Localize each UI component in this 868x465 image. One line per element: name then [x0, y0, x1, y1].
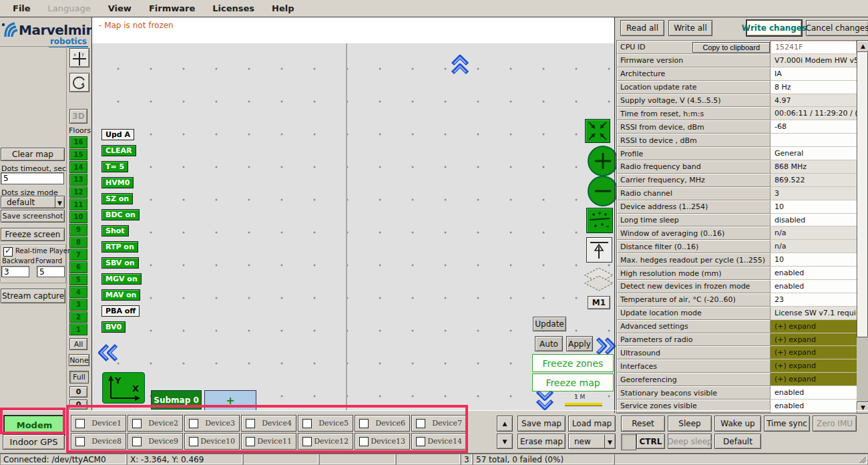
device-toggle-device6[interactable]: Device6 [355, 415, 410, 432]
device-page-up-button[interactable] [497, 416, 513, 432]
device-toggle-device5[interactable]: Device5 [298, 415, 353, 432]
map-toggle-mav-on[interactable]: MAV on [101, 289, 140, 301]
pan-right-icon[interactable] [595, 336, 616, 356]
property-value[interactable]: 00:06:11 / 11:29:20 / ( [771, 107, 857, 120]
floor-button-10[interactable]: 10 [69, 211, 87, 223]
pan-left-icon[interactable] [97, 343, 119, 363]
ctrl-button[interactable]: CTRL [636, 434, 665, 449]
tab-submap-0[interactable]: Submap 0 [151, 390, 202, 410]
deep-sleep-button[interactable]: Deep sleep [668, 434, 712, 449]
floor-button-7[interactable]: 7 [69, 249, 87, 261]
3d-view-button[interactable]: 3D [69, 109, 87, 124]
tab-indoor-gps[interactable]: Indoor GPS [3, 434, 65, 450]
property-value[interactable]: 8 Hz [771, 81, 857, 94]
map-area[interactable]: - Map is not frozen Upd ACLEART= 5HVM0SZ… [91, 17, 614, 410]
floor-button-9[interactable]: 9 [69, 224, 87, 236]
scroll-up-button[interactable] [857, 40, 868, 52]
device-toggle-device8[interactable]: Device8 [71, 433, 126, 450]
fit-view-button[interactable] [585, 119, 610, 143]
dots-timeout-input[interactable] [1, 172, 64, 184]
checkbox-icon[interactable] [359, 437, 369, 446]
floor-button-14[interactable]: 14 [69, 161, 87, 173]
map-toggle-t-5[interactable]: T= 5 [101, 161, 128, 172]
dots-size-select[interactable]: default [1, 196, 65, 208]
floor-button-3[interactable]: 3 [69, 299, 87, 311]
auto-button[interactable]: Auto [535, 336, 563, 351]
floors-all-button[interactable]: All [69, 338, 87, 350]
device-page-down-button[interactable] [497, 434, 513, 449]
property-value[interactable]: (+) expand [771, 320, 857, 333]
checkbox-icon[interactable] [302, 437, 312, 446]
property-value[interactable]: enabled [771, 267, 857, 280]
property-value[interactable]: IA [771, 67, 857, 81]
menu-view[interactable]: View [99, 1, 140, 15]
floor-button-1[interactable]: 1 [69, 323, 87, 335]
device-toggle-device11[interactable]: Device11 [241, 433, 296, 450]
sleep-button[interactable]: Sleep [668, 416, 712, 432]
time-sync-button[interactable]: Time sync [764, 416, 810, 432]
property-value[interactable]: V7.000i Modem HW v5 [771, 54, 857, 67]
menu-help[interactable]: Help [263, 1, 302, 15]
default-button[interactable]: Default [714, 434, 761, 449]
forward-input[interactable] [37, 266, 65, 277]
property-value[interactable]: enabled [771, 280, 857, 293]
map-toggle-shot[interactable]: Shot [101, 225, 129, 237]
property-value[interactable]: 15241F [771, 41, 857, 54]
floor-zero-button-b[interactable]: 0 [69, 400, 87, 410]
floor-button-2[interactable]: 2 [69, 311, 87, 323]
floor-button-12[interactable]: 12 [69, 186, 87, 198]
pan-up-icon[interactable] [450, 54, 470, 75]
checkbox-icon[interactable] [75, 437, 85, 446]
add-submap-tab[interactable]: + [204, 390, 256, 411]
show-dots-button[interactable] [586, 208, 613, 233]
device-toggle-device1[interactable]: Device1 [71, 415, 126, 432]
menu-firmware[interactable]: Firmware [140, 1, 204, 15]
zero-imu-button[interactable]: Zero IMU [813, 416, 857, 432]
property-value[interactable]: enabled [771, 386, 857, 400]
floor-button-5[interactable]: 5 [69, 274, 87, 286]
device-toggle-device9[interactable]: Device9 [128, 433, 183, 450]
device-toggle-device7[interactable]: Device7 [411, 415, 467, 432]
property-value[interactable]: 4.97 [771, 94, 857, 108]
freeze-map-button[interactable]: Freeze map [532, 373, 614, 392]
checkbox-icon[interactable] [359, 419, 369, 428]
floor-zero-button-a[interactable]: 0 [69, 386, 87, 398]
freeze-screen-button[interactable]: Freeze screen [1, 228, 65, 241]
wake-up-button[interactable]: Wake up [714, 416, 761, 432]
stream-capture-button[interactable]: Stream capture [1, 289, 65, 303]
floor-button-8[interactable]: 8 [69, 237, 87, 249]
resize-grip-icon[interactable] [859, 456, 867, 464]
device-toggle-device12[interactable]: Device12 [298, 433, 353, 450]
checkbox-icon[interactable] [246, 437, 255, 446]
checkbox-icon[interactable] [75, 419, 85, 428]
property-value[interactable]: General [771, 147, 857, 160]
device-toggle-device2[interactable]: Device2 [128, 415, 183, 432]
menu-language[interactable]: Language [39, 1, 99, 15]
floor-button-16[interactable]: 16 [69, 136, 87, 148]
property-value[interactable]: 869.522 [771, 174, 857, 187]
freeze-zones-button[interactable]: Freeze zones [532, 354, 614, 372]
map-toggle-bdc-on[interactable]: BDC on [101, 209, 140, 220]
read-all-button[interactable]: Read all [620, 20, 664, 36]
map-toggle-upd-a[interactable]: Upd A [101, 129, 134, 140]
property-value[interactable]: 868 MHz [771, 160, 857, 174]
reset-button[interactable]: Reset [621, 416, 665, 432]
m1-button[interactable]: M1 [588, 296, 610, 309]
write-all-button[interactable]: Write all [668, 20, 712, 36]
floor-button-15[interactable]: 15 [69, 149, 87, 161]
scrollbar-thumb[interactable] [857, 51, 868, 337]
checkbox-icon[interactable] [132, 419, 142, 428]
property-value[interactable]: -68 [771, 120, 857, 134]
pan-down-icon[interactable] [535, 389, 555, 412]
property-value[interactable]: (+) expand [771, 346, 857, 359]
checkbox-icon[interactable] [416, 419, 425, 428]
property-value[interactable]: License SW v7.1 requir [771, 307, 857, 320]
copy-to-clipboard-button[interactable]: Copy to clipboard [692, 42, 770, 53]
property-value[interactable]: n/a [771, 226, 857, 240]
device-toggle-device13[interactable]: Device13 [355, 433, 410, 450]
checkbox-icon[interactable] [246, 419, 255, 428]
device-toggle-device14[interactable]: Device14 [411, 433, 467, 450]
align-top-button[interactable] [586, 237, 612, 263]
device-toggle-device10[interactable]: Device10 [184, 433, 240, 450]
tab-modem[interactable]: Modem [3, 415, 65, 436]
